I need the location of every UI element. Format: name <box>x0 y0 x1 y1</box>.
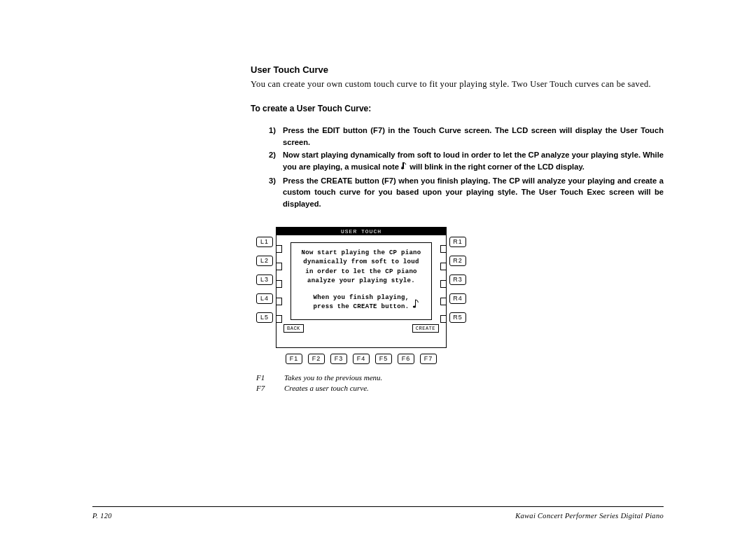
step-text: Press the EDIT button (F7) in the Touch … <box>283 125 664 148</box>
page-number: P. 120 <box>92 512 112 520</box>
lcd-diagram: L1 L2 L3 L4 L5 USER TOUCH <box>256 227 664 364</box>
lcd-msg-line: analyze your playing style. <box>295 277 427 286</box>
function-buttons-row: F1 F2 F3 F4 F5 F6 F7 <box>286 354 437 364</box>
eighth-note-icon <box>401 162 407 174</box>
procedure-heading: To create a User Touch Curve: <box>251 104 664 113</box>
lcd-title: USER TOUCH <box>276 228 446 235</box>
legend-desc: Creates a user touch curve. <box>284 383 369 394</box>
eighth-note-icon <box>412 299 420 313</box>
lcd-left-ticks <box>276 245 282 323</box>
footer-title: Kawai Concert Performer Series Digital P… <box>515 512 664 520</box>
step-number: 2) <box>269 149 283 173</box>
button-r3: R3 <box>449 275 466 285</box>
button-f7: F7 <box>420 354 437 364</box>
button-f5: F5 <box>375 354 392 364</box>
button-f3: F3 <box>330 354 347 364</box>
footer-rule <box>92 506 664 507</box>
lcd-msg-line: dynamically from soft to loud <box>295 258 427 268</box>
lcd-msg-line: in order to let the CP piano <box>295 268 427 277</box>
legend-desc: Takes you to the previous menu. <box>284 373 382 383</box>
step-number: 1) <box>269 125 283 148</box>
button-r5: R5 <box>449 312 466 323</box>
legend-key: F7 <box>256 383 284 394</box>
page-footer: P. 120 Kawai Concert Performer Series Di… <box>92 512 664 520</box>
lcd-msg-p2: When you finish playing, press the CREAT… <box>295 293 427 312</box>
lcd-right-ticks <box>440 245 446 323</box>
button-r1: R1 <box>449 237 466 247</box>
button-f1: F1 <box>286 354 302 364</box>
lcd-back-button: BACK <box>284 324 304 333</box>
step-text: Press the CREATE button (F7) when you fi… <box>283 175 664 210</box>
button-l2: L2 <box>256 256 273 266</box>
step-3: 3) Press the CREATE button (F7) when you… <box>269 175 664 210</box>
button-l3: L3 <box>256 275 273 285</box>
left-buttons: L1 L2 L3 L4 L5 <box>256 227 273 323</box>
intro-paragraph: You can create your own custom touch cur… <box>251 78 664 91</box>
button-f2: F2 <box>308 354 325 364</box>
button-f6: F6 <box>398 354 414 364</box>
step-text: Now start playing dynamically from soft … <box>283 149 664 173</box>
button-r4: R4 <box>449 293 466 304</box>
button-f4: F4 <box>353 354 370 364</box>
right-buttons: R1 R2 R3 R4 R5 <box>449 227 466 323</box>
lcd-message: Now start playing the CP piano dynamical… <box>290 242 432 320</box>
lcd-body: Now start playing the CP piano dynamical… <box>276 235 446 347</box>
svg-point-1 <box>413 306 416 308</box>
legend-key: F1 <box>256 373 284 383</box>
step-2: 2) Now start playing dynamically from so… <box>269 149 664 173</box>
lcd-create-button: CREATE <box>412 324 439 333</box>
step-number: 3) <box>269 175 283 210</box>
lcd-msg-line: Now start playing the CP piano <box>295 249 427 258</box>
lcd-footer-buttons: BACK CREATE <box>281 324 442 335</box>
lcd-msg-line: When you finish playing, <box>295 293 427 303</box>
step-text-b: will blink in the right corner of the LC… <box>407 162 584 171</box>
lcd-msg-line: press the CREATE button. <box>295 303 427 312</box>
legend-row: F7 Creates a user touch curve. <box>256 383 664 394</box>
legend-row: F1 Takes you to the previous menu. <box>256 373 664 383</box>
button-l5: L5 <box>256 312 273 323</box>
lcd-screen: USER TOUCH Now start playing the CP pian… <box>276 227 447 348</box>
button-legend: F1 Takes you to the previous menu. F7 Cr… <box>256 373 664 394</box>
step-1: 1) Press the EDIT button (F7) in the Tou… <box>269 125 664 148</box>
svg-point-0 <box>402 167 405 169</box>
button-l4: L4 <box>256 293 273 304</box>
section-heading: User Touch Curve <box>251 64 664 75</box>
manual-page: User Touch Curve You can create your own… <box>0 0 756 535</box>
button-r2: R2 <box>449 256 466 266</box>
button-l1: L1 <box>256 237 273 247</box>
steps-list: 1) Press the EDIT button (F7) in the Tou… <box>251 125 664 210</box>
